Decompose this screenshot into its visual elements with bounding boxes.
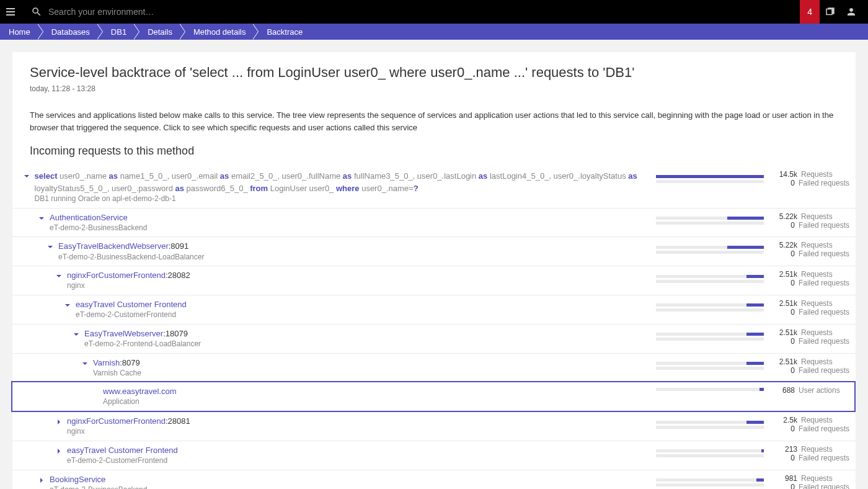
- chevron-right-icon[interactable]: [56, 447, 63, 454]
- node-title: easyTravel Customer Frontend: [67, 445, 178, 456]
- chevron-down-icon[interactable]: [24, 172, 31, 179]
- chevron-down-icon[interactable]: [82, 359, 89, 367]
- failed-count: 0: [771, 279, 795, 287]
- tree-row[interactable]: Varnish:8079Varnish Cache2.51kRequests0F…: [12, 354, 856, 383]
- chevron-down-icon[interactable]: [73, 330, 81, 338]
- failed-label: Failed requests: [799, 179, 849, 187]
- request-bar: [656, 303, 764, 312]
- failed-count: 0: [771, 249, 795, 258]
- request-label: Requests: [801, 270, 849, 279]
- failed-count: 0: [771, 308, 795, 316]
- node-title: easyTravel Customer Frontend: [76, 299, 187, 310]
- request-bar: [656, 275, 764, 283]
- chevron-none: [92, 386, 99, 393]
- request-label: Requests: [801, 328, 849, 337]
- chevron-down-icon[interactable]: [64, 301, 72, 308]
- node-title: AuthenticationService: [50, 212, 147, 223]
- tree-row[interactable]: select user0_.name as name1_5_0_, user0_…: [12, 166, 856, 209]
- failed-count: 0: [771, 179, 795, 187]
- chevron-right-icon[interactable]: [38, 476, 46, 483]
- tree-row[interactable]: easyTravel Customer FrontendeT-demo-2-Cu…: [12, 295, 856, 325]
- breadcrumb-item[interactable]: Method details: [185, 24, 259, 40]
- request-bar: [656, 175, 764, 183]
- tree-row[interactable]: EasyTravelWebserver:18079eT-demo-2-Front…: [12, 325, 856, 354]
- tree-row[interactable]: EasyTravelBackendWebserver:8091eT-demo-2…: [12, 237, 856, 266]
- request-count: 981: [774, 474, 797, 483]
- failed-count: 0: [771, 337, 795, 346]
- breadcrumb-item[interactable]: DB1: [102, 24, 139, 40]
- failed-label: Failed requests: [799, 454, 849, 462]
- node-title: www.easytravel.com: [103, 386, 176, 397]
- failed-label: Failed requests: [799, 337, 849, 346]
- failed-count: 0: [771, 424, 795, 433]
- node-subtitle: eT-demo-2-BusinessBackend-LoadBalancer: [58, 253, 204, 262]
- request-count: 2.51k: [774, 299, 797, 308]
- chevron-right-icon[interactable]: [56, 418, 63, 425]
- tree-row[interactable]: AuthenticationServiceeT-demo-2-BusinessB…: [12, 209, 856, 238]
- failed-label: Failed requests: [799, 483, 849, 489]
- chevron-down-icon[interactable]: [47, 243, 55, 250]
- request-label: Requests: [801, 357, 849, 366]
- request-count: 2.51k: [774, 328, 797, 337]
- failed-label: Failed requests: [799, 366, 849, 375]
- node-title: Varnish:8079: [93, 357, 141, 369]
- page-title: Service-level backtrace of 'select ... f…: [30, 65, 838, 81]
- request-label: Requests: [801, 212, 849, 221]
- sql-statement: select user0_.name as name1_5_0_, user0_…: [35, 170, 656, 194]
- tree-row[interactable]: nginxForCustomerFrontend:28081nginx2.5kR…: [12, 412, 856, 441]
- search-input[interactable]: [48, 7, 800, 17]
- search-icon[interactable]: [31, 6, 42, 17]
- node-subtitle: eT-demo-2-BusinessBackend: [50, 485, 147, 489]
- chevron-down-icon[interactable]: [56, 272, 63, 279]
- request-bar: [656, 421, 764, 429]
- request-bar: [656, 478, 764, 487]
- request-count: 688: [771, 386, 795, 395]
- menu-icon[interactable]: [6, 6, 19, 18]
- tree-row[interactable]: www.easytravel.comApplication688User act…: [11, 381, 856, 412]
- breadcrumb-item[interactable]: Databases: [43, 24, 102, 40]
- tree-row[interactable]: easyTravel Customer FrontendeT-demo-2-Cu…: [12, 441, 856, 470]
- failed-count: 0: [771, 454, 795, 462]
- node-subtitle: DB1 running Oracle on apl-et-demo-2-db-1: [35, 194, 656, 204]
- node-subtitle: eT-demo-2-CustomerFrontend: [67, 456, 178, 466]
- windows-icon[interactable]: [820, 0, 841, 24]
- request-bar: [656, 449, 764, 457]
- request-label: Requests: [801, 416, 849, 424]
- request-count: 5.22k: [774, 241, 797, 249]
- node-title: nginxForCustomerFrontend:28081: [67, 416, 190, 427]
- failed-count: 0: [771, 483, 795, 489]
- breadcrumb-item[interactable]: Backtrace: [258, 24, 315, 40]
- breadcrumb-item[interactable]: Home: [0, 24, 43, 40]
- node-subtitle: eT-demo-2-BusinessBackend: [50, 223, 147, 233]
- chevron-down-icon[interactable]: [38, 214, 46, 222]
- breadcrumb-item[interactable]: Details: [139, 24, 185, 40]
- notification-badge[interactable]: 4: [800, 0, 820, 24]
- request-label: Requests: [801, 241, 849, 249]
- node-subtitle: eT-demo-2-Frontend-LoadBalancer: [84, 339, 201, 349]
- request-bar: [656, 217, 764, 225]
- request-bar: [656, 362, 764, 370]
- request-label: User actions: [799, 386, 847, 395]
- failed-label: Failed requests: [799, 249, 849, 258]
- request-label: Requests: [801, 170, 849, 179]
- request-label: Requests: [801, 474, 849, 483]
- node-subtitle: Varnish Cache: [93, 369, 141, 379]
- topbar: 4: [0, 0, 868, 24]
- user-icon[interactable]: [841, 0, 862, 24]
- breadcrumb: HomeDatabasesDB1DetailsMethod detailsBac…: [0, 24, 868, 40]
- failed-count: 0: [771, 221, 795, 230]
- failed-label: Failed requests: [799, 424, 849, 433]
- node-title: BookingService: [50, 474, 147, 485]
- request-count: 213: [774, 445, 797, 454]
- node-subtitle: nginx: [67, 281, 190, 291]
- section-title: Incoming requests to this method: [30, 145, 838, 158]
- failed-count: 0: [771, 366, 795, 375]
- page-description: The services and applications listed bel…: [30, 109, 838, 133]
- request-count: 5.22k: [774, 212, 797, 221]
- tree-row[interactable]: nginxForCustomerFrontend:28082nginx2.51k…: [12, 266, 856, 295]
- failed-label: Failed requests: [799, 308, 849, 316]
- node-title: nginxForCustomerFrontend:28082: [67, 270, 190, 281]
- tree-row[interactable]: BookingServiceeT-demo-2-BusinessBackend9…: [12, 470, 856, 489]
- request-count: 2.5k: [774, 416, 797, 424]
- request-count: 2.51k: [774, 270, 797, 279]
